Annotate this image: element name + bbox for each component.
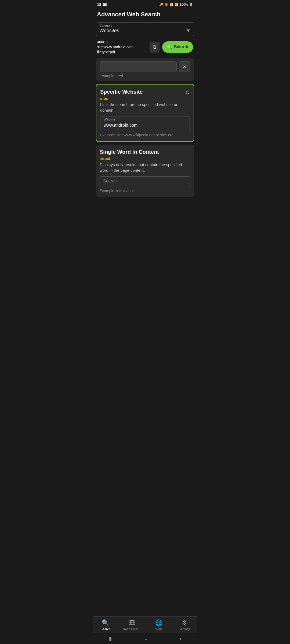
search-icon: 🔍 xyxy=(167,45,172,50)
battery-icon: 🔋 xyxy=(189,3,193,6)
partial-action-button[interactable]: ✕ xyxy=(179,61,190,72)
dropdown-row: Websites ▼ xyxy=(99,28,191,34)
card-header-row: Specific Website site: Limit the search … xyxy=(100,89,190,116)
single-word-desc: Displays only results that contain the s… xyxy=(100,162,190,173)
specific-website-desc: Limit the search on the specified websit… xyxy=(100,102,185,113)
page-title: Advanced Web Search xyxy=(97,11,193,18)
single-word-input[interactable] xyxy=(103,178,187,185)
wifi-icon: 📶 xyxy=(169,3,173,6)
mute-icon: 🔇 xyxy=(164,3,168,6)
website-hint: Example: site:www.wikipedia.org or site:… xyxy=(100,133,190,137)
category-section: Category Websites ▼ xyxy=(96,22,194,36)
website-field-container: Website xyxy=(100,116,190,131)
website-field-label: Website xyxy=(104,118,186,121)
signal-icon: 📶 xyxy=(175,3,179,6)
category-label: Category xyxy=(99,24,191,27)
copy-button[interactable]: ⧉ xyxy=(150,42,160,53)
status-time: 18:50 xyxy=(97,2,107,7)
single-word-card: Single Word In Content intext: Displays … xyxy=(96,145,194,197)
content-area: Category Websites ▼ androidsite:www.andr… xyxy=(93,22,197,197)
single-word-title: Single Word In Content xyxy=(100,149,190,155)
single-word-tag: intext: xyxy=(100,156,190,161)
single-word-field-container xyxy=(100,176,190,187)
search-button-label: Search xyxy=(174,45,188,49)
single-word-hint: Example: intext:apple xyxy=(100,189,190,193)
partial-card: ✕ Example: -red xyxy=(96,58,194,81)
category-dropdown[interactable]: Category Websites ▼ xyxy=(96,22,194,36)
vpn-icon: 🔑 xyxy=(159,3,163,6)
specific-website-card: Specific Website site: Limit the search … xyxy=(96,84,194,142)
header: Advanced Web Search xyxy=(93,8,197,22)
copy-icon: ⧉ xyxy=(153,44,156,50)
refresh-icon[interactable]: ↻ xyxy=(185,89,190,96)
search-button[interactable]: 🔍 Search xyxy=(162,41,193,53)
card-header-left: Specific Website site: Limit the search … xyxy=(100,89,185,116)
category-value: Websites xyxy=(99,28,119,34)
partial-hint: Example: -red xyxy=(100,74,190,78)
query-text: androidsite:www.android.comfiletype:pdf xyxy=(97,39,147,55)
partial-input-row: ✕ xyxy=(100,61,190,72)
specific-website-title: Specific Website xyxy=(100,89,185,95)
chevron-down-icon: ▼ xyxy=(186,28,191,34)
partial-input[interactable] xyxy=(100,61,177,72)
specific-website-tag: site: xyxy=(100,96,185,101)
website-input[interactable] xyxy=(104,122,186,129)
battery-text: 100% xyxy=(180,3,188,6)
status-bar: 18:50 🔑 🔇 📶 📶 100% 🔋 xyxy=(93,0,197,8)
search-query-row: androidsite:www.android.comfiletype:pdf … xyxy=(96,39,194,55)
status-icons: 🔑 🔇 📶 📶 100% 🔋 xyxy=(159,3,193,6)
